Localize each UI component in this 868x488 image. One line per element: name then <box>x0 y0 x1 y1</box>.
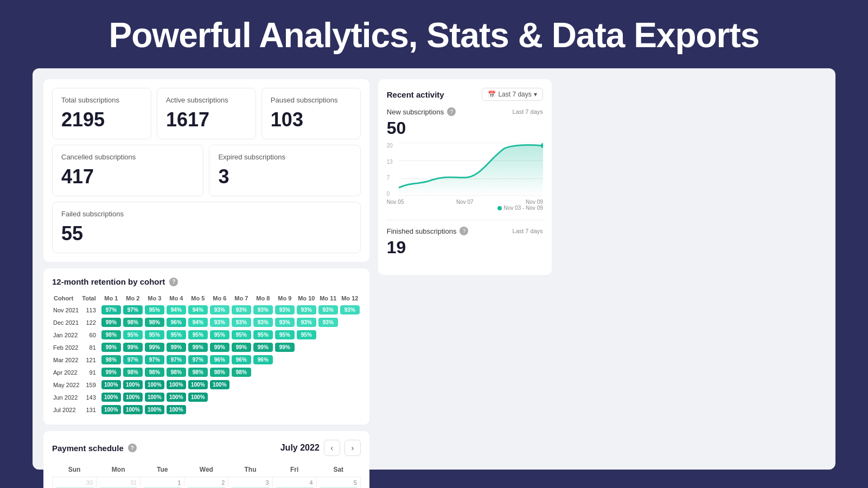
finished-subs-label: Finished subscriptions <box>387 227 457 235</box>
cohort-cell-mo10: 95% <box>296 329 317 341</box>
col-mo6: Mo 6 <box>209 293 231 304</box>
period-button[interactable]: 📅 Last 7 days ▾ <box>482 88 542 101</box>
cohort-cell-mo4: 100% <box>165 391 187 403</box>
cohort-cell-mo12: 93% <box>339 304 361 316</box>
cohort-title: 12-month retention by cohort <box>52 277 165 286</box>
cohort-cell-empty <box>274 403 296 416</box>
cohort-cell-mo5: 94% <box>187 316 209 329</box>
cohort-cell-mo4: 96% <box>165 316 187 329</box>
cohort-name: Dec 2021 <box>52 316 80 329</box>
cohort-cell-mo5: 94% <box>187 304 209 316</box>
col-mo10: Mo 10 <box>296 293 317 304</box>
cohort-row: Apr 20229199%98%98%98%98%98%98% <box>52 366 361 378</box>
prev-month-button[interactable]: ‹ <box>324 440 340 456</box>
cohort-cell-mo3: 99% <box>144 341 165 354</box>
finished-subs-period: Last 7 days <box>513 228 543 234</box>
cohort-cell-empty <box>252 378 274 391</box>
cohort-cell-empty <box>339 316 361 329</box>
calendar-table: Sun Mon Tue Wed Thu Fri Sat 30 Successfu… <box>52 463 361 488</box>
cohort-cell-mo1: 98% <box>100 354 122 366</box>
col-wed: Wed <box>184 463 228 477</box>
calendar-day-cell: 2Successful: 33$17,582.64Failed: 2 <box>184 477 228 489</box>
cohort-cell-mo4: 98% <box>165 366 187 378</box>
calendar-day-cell: 30 Successful: 6$3,089.43 Failed: 1 <box>53 477 97 489</box>
cohort-row: Dec 202112299%98%98%96%94%93%93%93%93%93… <box>52 316 361 329</box>
y-axis-labels: 20 13 7 0 <box>387 143 393 197</box>
cohort-cell-mo5: 100% <box>187 378 209 391</box>
cohort-cell-mo7: 93% <box>231 316 252 329</box>
failed-value: 55 <box>61 222 352 245</box>
col-mo4: Mo 4 <box>165 293 187 304</box>
new-subscriptions-section: New subscriptions ? Last 7 days 50 20 13… <box>387 107 543 211</box>
cohort-cell-mo3: 100% <box>144 391 165 403</box>
cohort-cell-mo3: 95% <box>144 304 165 316</box>
cohort-cell-mo6: 95% <box>209 329 231 341</box>
cohort-cell-mo4: 100% <box>165 378 187 391</box>
cohort-row: Mar 202212198%97%97%97%97%96%96%96% <box>52 354 361 366</box>
activity-title: Recent activity <box>387 90 444 99</box>
finished-subs-help-icon[interactable]: ? <box>459 227 468 235</box>
cohort-cell-mo5: 97% <box>187 354 209 366</box>
cohort-cell-mo8: 93% <box>252 316 274 329</box>
cohort-cell-empty <box>231 403 252 416</box>
cohort-cell-mo2: 99% <box>122 341 144 354</box>
col-mo1: Mo 1 <box>100 293 122 304</box>
cohort-name: Mar 2022 <box>52 354 80 366</box>
cohort-cell-mo9: 93% <box>274 304 296 316</box>
cohort-cell-mo9: 93% <box>274 316 296 329</box>
cancelled-subscriptions-card: Cancelled subscriptions 417 <box>52 145 203 196</box>
cohort-cell-mo10: 93% <box>296 304 317 316</box>
calendar-month: July 2022 <box>280 443 320 453</box>
cohort-cell-empty <box>317 329 339 341</box>
cohort-cell-empty <box>231 391 252 403</box>
col-tue: Tue <box>141 463 184 477</box>
payment-help-icon[interactable]: ? <box>128 444 137 452</box>
col-sat: Sat <box>316 463 360 477</box>
cohort-help-icon[interactable]: ? <box>169 278 178 286</box>
expired-value: 3 <box>218 165 351 188</box>
calendar-day-cell: 1Successful: 44$22,293.71 <box>141 477 184 489</box>
period-label: Last 7 days <box>498 91 531 98</box>
col-thu: Thu <box>228 463 272 477</box>
cohort-name: Apr 2022 <box>52 366 80 378</box>
cohort-cell-empty <box>274 378 296 391</box>
page-title: Powerful Analytics, Stats & Data Exports <box>0 0 868 68</box>
cohort-cell-empty <box>231 378 252 391</box>
cohort-cell-mo5: 95% <box>187 329 209 341</box>
cohort-name: Jul 2022 <box>52 403 80 416</box>
col-mo5: Mo 5 <box>187 293 209 304</box>
cohort-cell-mo9: 95% <box>274 329 296 341</box>
paused-value: 103 <box>271 108 352 131</box>
new-subs-help-icon[interactable]: ? <box>447 107 456 116</box>
cohort-cell-mo2: 97% <box>122 304 144 316</box>
cohort-total: 131 <box>80 403 100 416</box>
cohort-row: Jan 20226098%95%95%95%95%95%95%95%95%95% <box>52 329 361 341</box>
cohort-cell-empty <box>296 391 317 403</box>
cohort-cell-mo8: 99% <box>252 341 274 354</box>
cohort-cell-mo2: 100% <box>122 378 144 391</box>
paused-subscriptions-card: Paused subscriptions 103 <box>261 88 361 139</box>
cohort-cell-mo8: 95% <box>252 329 274 341</box>
chart-svg <box>387 143 543 197</box>
cohort-cell-mo2: 98% <box>122 316 144 329</box>
cohort-cell-empty <box>252 391 274 403</box>
cohort-cell-empty <box>296 354 317 366</box>
calendar-icon: 📅 <box>488 91 496 98</box>
cohort-cell-mo2: 100% <box>122 403 144 416</box>
cohort-cell-empty <box>339 329 361 341</box>
calendar-day-cell: 4Successful: 39$20,340.42Failed: 4 <box>272 477 316 489</box>
next-month-button[interactable]: › <box>344 440 361 456</box>
cohort-row: Feb 20228199%99%99%99%99%99%99%99%99% <box>52 341 361 354</box>
col-total: Total <box>80 293 100 304</box>
cohort-cell-mo3: 100% <box>144 378 165 391</box>
cancelled-label: Cancelled subscriptions <box>61 153 194 161</box>
cohort-cell-mo6: 93% <box>209 304 231 316</box>
cohort-cell-mo1: 100% <box>100 391 122 403</box>
cohort-row: Nov 202111397%97%95%94%94%93%93%93%93%93… <box>52 304 361 316</box>
col-mo3: Mo 3 <box>144 293 165 304</box>
total-subscriptions-card: Total subscriptions 2195 <box>52 88 151 139</box>
cohort-cell-empty <box>252 366 274 378</box>
payment-section: Payment schedule ? July 2022 ‹ › Sun Mon <box>43 431 369 488</box>
cohort-cell-mo11: 93% <box>317 316 339 329</box>
cohort-total: 121 <box>80 354 100 366</box>
